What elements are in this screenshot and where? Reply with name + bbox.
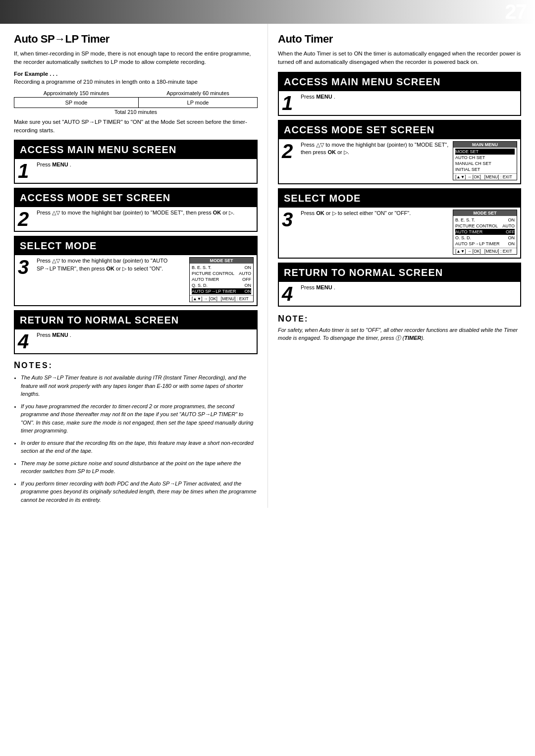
screen-row-3: Q. S. D.ON	[192, 282, 251, 288]
right-step3: 3 Press OK or ▷ to select either "ON" or…	[279, 207, 520, 258]
right-step2-text: Press △▽ to move the highlight bar (poin…	[301, 141, 450, 157]
right-step1: 1 Press MENU .	[279, 90, 520, 115]
main-content: Auto SP→LP Timer If, when timer-recordin…	[0, 24, 535, 508]
right-box1-header: ACCESS MAIN MENU SCREEN	[279, 73, 520, 90]
right-screen2-row-2: MANUAL CH SET	[455, 161, 515, 166]
left-box3: SELECT MODE 3 Press △▽ to move the highl…	[14, 236, 258, 306]
left-box2-header: ACCESS MODE SET SCREEN	[15, 189, 257, 206]
right-step2-with-img: Press △▽ to move the highlight bar (poin…	[301, 141, 517, 180]
screen-row-2: AUTO TIMEROFF	[192, 276, 251, 282]
right-step2-num: 2	[279, 139, 299, 163]
tape-table: Approximately 150 minutes Approximately …	[14, 89, 258, 116]
left-step2-body: Press △▽ to move the highlight bar (poin…	[37, 209, 254, 216]
right-screen3-row-4: AUTO SP→LP TIMERON	[455, 241, 515, 247]
note-before-box: Make sure you set "AUTO SP→LP TIMER" to …	[14, 118, 258, 135]
right-step4-content: Press MENU .	[299, 282, 520, 306]
right-column: Auto Timer When the Auto Timer is set to…	[268, 24, 521, 508]
screen-row-4-highlighted: AUTO SP→LP TIMERON	[192, 288, 251, 294]
right-step3-content: Press OK or ▷ to select either "ON" or "…	[299, 208, 520, 258]
right-step4: 4 Press MENU .	[279, 281, 520, 306]
approx2: Approximately 60 minutes	[138, 89, 257, 98]
right-screen-box2: MAIN MENU MODE SET AUTO CH SET MANUAL CH…	[453, 141, 517, 180]
right-screen3-footer: [▲▼] → [OK] [MENU] : EXIT	[453, 248, 517, 254]
right-step4-body: Press MENU .	[301, 284, 517, 291]
right-step3-num: 3	[279, 208, 299, 231]
left-step4: 4 Press MENU .	[15, 328, 257, 353]
left-step3: 3 Press △▽ to move the highlight bar (po…	[15, 254, 257, 305]
left-step2-num: 2	[15, 207, 35, 231]
left-box2: ACCESS MODE SET SCREEN 2 Press △▽ to mov…	[14, 188, 258, 232]
notes-section: NOTES: The Auto SP→LP Timer feature is n…	[14, 360, 258, 504]
left-screen-title: MODE SET	[190, 258, 253, 264]
left-step4-content: Press MENU .	[35, 329, 257, 353]
right-box3: SELECT MODE 3 Press OK or ▷ to select ei…	[278, 188, 521, 259]
screen-row-0: B. E. S. T.ON	[192, 265, 251, 270]
left-box3-header: SELECT MODE	[15, 237, 257, 254]
mode2: LP mode	[138, 97, 257, 108]
right-step1-num: 1	[279, 91, 299, 115]
note-item-3: There may be some picture noise and soun…	[21, 459, 258, 476]
right-screen3-content: B. E. S. T.ON PICTURE CONTROLAUTO AUTO T…	[453, 216, 517, 248]
left-step3-num: 3	[15, 255, 35, 279]
right-box4: RETURN TO NORMAL SCREEN 4 Press MENU .	[278, 263, 521, 307]
right-box3-header: SELECT MODE	[279, 189, 520, 207]
right-step3-text: Press OK or ▷ to select either "ON" or "…	[301, 210, 450, 217]
page-number-bar: 27	[0, 0, 535, 24]
left-step1-num: 1	[15, 159, 35, 183]
left-screen-footer: [▲▼] → [OK] [MENU] : EXIT	[190, 295, 253, 302]
note-item-2: In order to ensure that the recording fi…	[21, 439, 258, 455]
right-screen2-row-1: AUTO CH SET	[455, 155, 515, 161]
page-number: 27	[505, 0, 526, 24]
right-screen3-row-1: PICTURE CONTROLAUTO	[455, 223, 515, 229]
left-box1: ACCESS MAIN MENU SCREEN 1 Press MENU .	[14, 140, 258, 184]
right-box2: ACCESS MODE SET SCREEN 2 Press △▽ to mov…	[278, 120, 521, 184]
right-step1-body: Press MENU .	[301, 93, 517, 101]
note-item-4: If you perform timer recording with both…	[21, 480, 258, 504]
screen-row-1: PICTURE CONTROLAUTO	[192, 270, 251, 276]
left-step1: 1 Press MENU .	[15, 158, 257, 183]
approx1: Approximately 150 minutes	[14, 89, 139, 98]
right-screen3-row-0: B. E. S. T.ON	[455, 217, 515, 223]
right-box1: ACCESS MAIN MENU SCREEN 1 Press MENU .	[278, 72, 521, 116]
right-screen3-row-3: O. S. D.ON	[455, 235, 515, 241]
left-step3-with-img: Press △▽ to move the highlight bar (poin…	[37, 257, 254, 302]
left-step2: 2 Press △▽ to move the highlight bar (po…	[15, 206, 257, 231]
right-step3-with-img: Press OK or ▷ to select either "ON" or "…	[301, 210, 517, 255]
right-intro: When the Auto Timer is set to ON the tim…	[278, 50, 521, 67]
right-step1-content: Press MENU .	[299, 91, 520, 115]
left-step3-content: Press △▽ to move the highlight bar (poin…	[35, 255, 257, 305]
right-screen2-content: MODE SET AUTO CH SET MANUAL CH SET INITI…	[453, 148, 517, 173]
note-item-1: If you have programmed the recorder to t…	[21, 402, 258, 435]
left-box1-header: ACCESS MAIN MENU SCREEN	[15, 141, 257, 158]
total: Total 210 minutes	[14, 108, 258, 116]
right-screen2-row-3: INITIAL SET	[455, 166, 515, 172]
notes-list: The Auto SP→LP Timer feature is not avai…	[14, 374, 258, 504]
left-step4-body: Press MENU .	[37, 331, 254, 339]
mode1: SP mode	[14, 97, 139, 108]
right-box2-header: ACCESS MODE SET SCREEN	[279, 121, 520, 138]
right-screen-box3: MODE SET B. E. S. T.ON PICTURE CONTROLAU…	[453, 210, 517, 255]
left-step1-body: Press MENU .	[37, 161, 254, 168]
left-screen-box: MODE SET B. E. S. T.ON PICTURE CONTROLAU…	[189, 257, 254, 302]
left-screen-content: B. E. S. T.ON PICTURE CONTROLAUTO AUTO T…	[190, 264, 253, 295]
right-step2-content: Press △▽ to move the highlight bar (poin…	[299, 139, 520, 183]
left-section-title: Auto SP→LP Timer	[14, 33, 258, 46]
notes-title: NOTES:	[14, 360, 258, 371]
right-note-label: NOTE:	[278, 314, 521, 324]
note-item-0: The Auto SP→LP Timer feature is not avai…	[21, 374, 258, 398]
left-intro: If, when timer-recording in SP mode, the…	[14, 50, 258, 67]
right-section-title: Auto Timer	[278, 33, 521, 46]
left-step3-text: Press △▽ to move the highlight bar (poin…	[37, 257, 186, 272]
for-example-text: Recording a programme of 210 minutes in …	[14, 78, 258, 86]
left-step4-num: 4	[15, 329, 35, 353]
right-screen2-row-0-hl: MODE SET	[455, 149, 515, 155]
left-column: Auto SP→LP Timer If, when timer-recordin…	[14, 24, 268, 508]
right-screen3-row-2-hl: AUTO TIMEROFF	[455, 229, 515, 235]
right-screen3-title: MODE SET	[453, 210, 517, 216]
right-box4-header: RETURN TO NORMAL SCREEN	[279, 264, 520, 281]
left-step2-content: Press △▽ to move the highlight bar (poin…	[35, 207, 257, 231]
right-screen2-footer: [▲▼] → [OK] [MENU] : EXIT	[453, 173, 517, 180]
right-screen2-title: MAIN MENU	[453, 142, 517, 148]
left-box4: RETURN TO NORMAL SCREEN 4 Press MENU .	[14, 310, 258, 354]
right-step4-num: 4	[279, 282, 299, 306]
